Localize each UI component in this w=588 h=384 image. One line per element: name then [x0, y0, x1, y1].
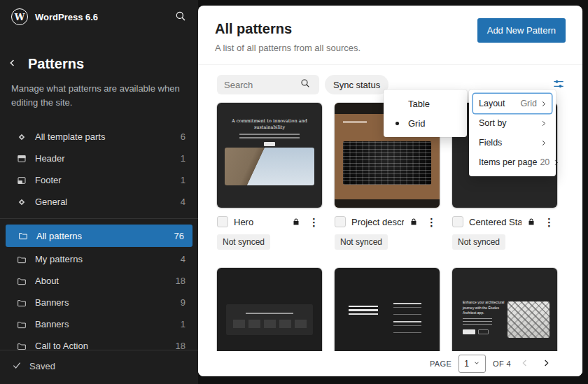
view-options-menu: Layout Grid Sort by Fields [469, 90, 556, 176]
pattern-card [335, 268, 440, 359]
pattern-actions-menu-button[interactable]: ⋮ [306, 217, 322, 227]
sidebar-item-general[interactable]: General 4 [0, 191, 198, 213]
thumb-building-photo [343, 141, 431, 185]
folder-icon [15, 275, 28, 287]
thumb-grid-structure-photo [507, 301, 550, 338]
pattern-thumbnail-logos[interactable] [217, 268, 322, 359]
save-status-bar: Saved [0, 350, 198, 384]
menu-item-items-per-page[interactable]: Items per page 20 [473, 152, 552, 172]
patterns-grid-row-2: Enhance your architectural journey with … [198, 268, 582, 359]
search-input[interactable] [217, 75, 319, 94]
folder-icon [15, 297, 28, 309]
sidebar-item-label: Footer [35, 175, 62, 185]
sidebar-item-header[interactable]: Header 1 [0, 148, 198, 169]
menu-item-grid[interactable]: Grid [388, 113, 463, 133]
page-label: PAGE [430, 360, 451, 368]
pattern-thumbnail-app[interactable]: Enhance your architectural journey with … [452, 268, 557, 359]
thumb-app-heading: Enhance your architectural journey with … [463, 300, 505, 316]
pattern-card-hero: A commitment to innovation and sustainab… [217, 103, 322, 250]
sync-status-badge: Not synced [217, 234, 270, 250]
pattern-checkbox[interactable] [217, 216, 228, 227]
folder-icon [15, 318, 28, 331]
sidebar-item-label: My patterns [35, 254, 83, 264]
thumb-button-placeholder [463, 329, 475, 334]
page-select[interactable]: 1 [458, 355, 486, 373]
patterns-panel: All patterns A list of all patterns from… [198, 6, 582, 376]
chevron-left-icon [519, 357, 531, 371]
sidebar-nav: All template parts 6 Header 1 Footer 1 [0, 126, 198, 357]
menu-item-label: Fields [479, 138, 534, 148]
pattern-title: Project descr... [351, 217, 404, 227]
chevron-right-icon [540, 120, 547, 127]
sync-status-badge: Not synced [335, 234, 388, 250]
sidebar-item-label: All patterns [36, 231, 82, 241]
thumb-bottom-bar [335, 199, 440, 208]
pattern-thumbnail-columns[interactable] [335, 268, 440, 359]
menu-item-label: Sort by [479, 118, 534, 128]
sidebar-item-label: Header [35, 153, 65, 164]
check-icon [11, 360, 22, 373]
header-block-icon [15, 152, 28, 165]
sidebar-item-label: All template parts [35, 131, 105, 142]
search-field[interactable] [224, 80, 300, 90]
menu-item-layout[interactable]: Layout Grid [473, 94, 552, 113]
search-button[interactable] [174, 10, 187, 24]
item-count: 76 [174, 231, 184, 241]
search-icon [174, 10, 187, 24]
pattern-thumbnail-hero[interactable]: A commitment to innovation and sustainab… [217, 103, 322, 208]
sidebar-description: Manage what patterns are available when … [0, 72, 198, 109]
menu-item-sort-by[interactable]: Sort by [473, 113, 552, 133]
pattern-actions-menu-button[interactable]: ⋮ [424, 217, 440, 227]
wordpress-logo-icon[interactable]: W [11, 8, 28, 25]
panel-header: All patterns A list of all patterns from… [198, 6, 582, 64]
menu-item-fields[interactable]: Fields [473, 133, 552, 152]
pattern-title: Hero [234, 217, 286, 227]
sidebar-item-label: Banners [35, 319, 69, 329]
sidebar-item-label: Banners [35, 297, 69, 308]
pattern-checkbox[interactable] [335, 216, 346, 227]
site-editor: W WordPress 6.6 Patterns Manage w [0, 0, 588, 384]
menu-item-label: Layout [479, 99, 517, 108]
thumb-panel [226, 304, 313, 335]
footer-block-icon [15, 174, 28, 187]
item-count: 1 [181, 153, 186, 164]
sidebar-item-banners-2[interactable]: Banners 1 [0, 313, 198, 335]
sidebar-item-footer[interactable]: Footer 1 [0, 169, 198, 191]
sidebar-item-all-template-parts[interactable]: All template parts 6 [0, 126, 198, 148]
sidebar-item-my-patterns[interactable]: My patterns 4 [0, 248, 198, 270]
previous-page-button[interactable] [518, 356, 532, 372]
sidebar-item-about[interactable]: About 18 [0, 270, 198, 292]
next-page-button[interactable] [539, 356, 553, 372]
item-count: 4 [181, 197, 186, 207]
sidebar-item-label: General [35, 197, 67, 207]
sidebar-header: W WordPress 6.6 [0, 0, 198, 34]
thumb-button-placeholder [264, 142, 275, 146]
chevron-right-icon [540, 357, 552, 371]
thumb-text-placeholder [246, 313, 293, 314]
app-title: WordPress 6.6 [35, 12, 167, 22]
add-new-pattern-button[interactable]: Add New Pattern [477, 18, 566, 43]
pattern-actions-menu-button[interactable]: ⋮ [541, 217, 557, 227]
search-icon [300, 78, 311, 92]
menu-item-value: 20 [540, 157, 550, 167]
sidebar-item-all-patterns[interactable]: All patterns 76 [6, 225, 192, 247]
thumb-bullet-placeholders [463, 318, 492, 326]
pattern-card [217, 268, 322, 359]
chevron-right-icon [540, 139, 547, 147]
sidebar-title: Patterns [28, 56, 84, 72]
sync-status-filter-button[interactable]: Sync status [325, 75, 388, 94]
pagination-bar: PAGE 1 OF 4 [198, 351, 582, 376]
sidebar-item-label: About [35, 276, 59, 286]
pattern-card: Enhance your architectural journey with … [452, 268, 557, 359]
back-button[interactable] [7, 57, 18, 71]
thumb-text-placeholder [239, 134, 300, 138]
card-meta-row: Hero ⋮ [217, 215, 322, 229]
chevron-right-icon [540, 100, 547, 108]
folder-icon [15, 253, 28, 266]
menu-item-table[interactable]: Table [388, 94, 463, 113]
pattern-checkbox[interactable] [452, 216, 463, 227]
card-meta-row: Project descr... ⋮ [335, 215, 440, 229]
thumb-architecture-photo [225, 148, 314, 185]
sidebar-item-banners[interactable]: Banners 9 [0, 292, 198, 313]
sync-status-badge: Not synced [452, 234, 505, 250]
